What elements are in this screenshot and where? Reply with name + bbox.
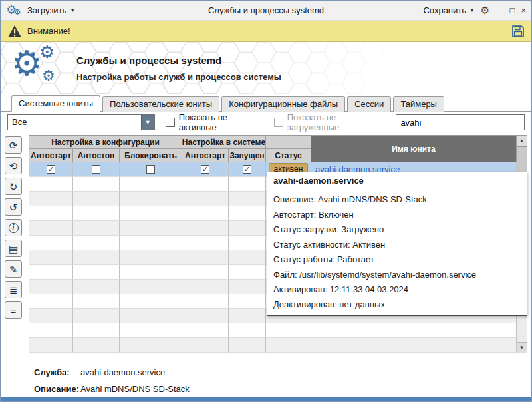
scroll-down-button[interactable]: ▼ bbox=[517, 342, 527, 353]
tooltip-line: Автостарт: Включен bbox=[267, 208, 527, 223]
log-file-button[interactable]: ▤ bbox=[5, 240, 22, 257]
load-button-label: Загрузить bbox=[27, 5, 66, 15]
tab-system-units[interactable]: Системные юниты bbox=[11, 95, 100, 112]
settings-gear-button[interactable]: ⚙ bbox=[480, 4, 489, 17]
description-label: Описание: bbox=[34, 381, 80, 397]
edit-file-button[interactable]: ✎ bbox=[5, 260, 22, 278]
autostart-config-checkbox[interactable]: ✓ bbox=[47, 165, 55, 174]
checkbox-label: Показать не активные bbox=[179, 112, 263, 132]
restart-button[interactable]: ⟲ bbox=[5, 157, 22, 174]
window-controls: – □ × bbox=[499, 6, 526, 15]
autostart-system-checkbox[interactable]: ✓ bbox=[201, 165, 209, 174]
caret-down-icon: ▼ bbox=[70, 7, 75, 13]
tooltip-line: Деактивирован: нет данных bbox=[267, 298, 527, 313]
redo-icon: ↻ bbox=[9, 182, 18, 192]
tooltip-line: Файл: /usr/lib/systemd/system/avahi-daem… bbox=[267, 268, 527, 283]
filter-bar: Все ▼ Показать не активные Показать не з… bbox=[1, 112, 531, 133]
page-title: Службы и процессы systemd bbox=[76, 55, 281, 66]
tab-timers[interactable]: Таймеры bbox=[393, 96, 444, 112]
block-checkbox[interactable] bbox=[146, 165, 155, 174]
service-label: Служба: bbox=[34, 364, 80, 381]
show-unloaded-checkbox[interactable]: Показать не загруженные bbox=[274, 112, 386, 132]
unit-list-button[interactable]: ≡ bbox=[5, 302, 22, 319]
column-header-autostart-system[interactable]: Автостарт bbox=[182, 149, 229, 162]
edit-file-icon: ✎ bbox=[9, 264, 18, 274]
unit-filter-dropdown[interactable]: Все ▼ bbox=[7, 114, 155, 130]
table-row[interactable] bbox=[29, 338, 517, 353]
undo-icon: ↺ bbox=[9, 202, 18, 212]
info-button[interactable]: i bbox=[5, 219, 22, 236]
tab-sessions[interactable]: Сессии bbox=[347, 96, 391, 112]
unit-list-icon: ≡ bbox=[11, 305, 17, 315]
tooltip-line: Описание: Avahi mDNS/DNS SD-Stack bbox=[267, 192, 527, 208]
tab-bar: Системные юниты Пользовательские юниты К… bbox=[1, 94, 531, 112]
tooltip-title: avahi-daemon.service bbox=[267, 172, 527, 190]
checkbox-box[interactable] bbox=[274, 118, 283, 127]
table-row[interactable] bbox=[29, 323, 517, 338]
journal-icon: ≣ bbox=[9, 285, 18, 295]
checkbox-box[interactable] bbox=[166, 118, 175, 127]
undo-button[interactable]: ↺ bbox=[5, 198, 22, 216]
tooltip-line: Статус работы: Работает bbox=[267, 252, 527, 268]
status-footer: Служба: avahi-daemon.service Описание: A… bbox=[1, 359, 531, 397]
load-button[interactable]: Загрузить ▼ bbox=[27, 5, 75, 15]
column-header-block[interactable]: Блокировать bbox=[120, 149, 182, 162]
redo-button[interactable]: ↻ bbox=[5, 178, 22, 195]
group-header-config: Настройка в конфигурации bbox=[29, 136, 182, 149]
maximize-button[interactable]: □ bbox=[510, 6, 515, 15]
group-header-system: Настройка в системе bbox=[182, 136, 266, 149]
window-title: Службы и процессы systemd bbox=[146, 5, 386, 15]
refresh-button[interactable]: ⟳ bbox=[5, 136, 22, 154]
show-inactive-checkbox[interactable]: Показать не активные bbox=[166, 112, 263, 132]
close-button[interactable]: × bbox=[521, 6, 526, 15]
tab-user-units[interactable]: Пользовательские юниты bbox=[102, 96, 219, 112]
save-file-button[interactable] bbox=[511, 25, 525, 38]
chevron-down-icon[interactable]: ▼ bbox=[141, 115, 154, 130]
column-header-running[interactable]: Запущен bbox=[229, 149, 266, 162]
hero-gears-icon: ⚙ ⚙ ⚙ bbox=[11, 46, 63, 90]
titlebar: ⚙ ⚙ Загрузить ▼ Службы и процессы system… bbox=[1, 1, 531, 21]
warning-bar: Внимание! bbox=[1, 21, 531, 42]
main-area: ⟳ ⟲ ↻ ↺ i ▤ ✎ ≣ ≡ Настройка в конфигурац… bbox=[1, 133, 531, 359]
save-button-label: Сохранить bbox=[423, 5, 466, 15]
hero-header: ⚙ ⚙ ⚙ Службы и процессы systemd Настройк… bbox=[1, 42, 531, 94]
info-icon: i bbox=[9, 223, 19, 233]
app-gears-icon: ⚙ ⚙ bbox=[6, 3, 22, 18]
refresh-icon: ⟳ bbox=[9, 140, 18, 150]
search-input[interactable] bbox=[396, 114, 525, 130]
dropdown-selected-value: Все bbox=[8, 115, 141, 130]
table-header: Настройка в конфигурации Настройка в сис… bbox=[29, 136, 517, 162]
column-header-unit-name[interactable]: Имя юнита bbox=[311, 136, 517, 162]
page-subtitle: Настройка работы служб и процессов систе… bbox=[76, 72, 281, 82]
column-header-status[interactable]: Статус bbox=[266, 149, 311, 162]
restart-icon: ⟲ bbox=[9, 161, 18, 171]
checkbox-label: Показать не загруженные bbox=[287, 112, 386, 132]
journal-button[interactable]: ≣ bbox=[5, 281, 22, 298]
app-window: ⚙ ⚙ Загрузить ▼ Службы и процессы system… bbox=[0, 0, 532, 402]
progress-bar bbox=[1, 397, 531, 402]
tab-config-files[interactable]: Конфигурационные файлы bbox=[221, 96, 345, 112]
tooltip-line: Статус загрузки: Загружено bbox=[267, 222, 527, 238]
tooltip-line: Статус активности: Активен bbox=[267, 238, 527, 253]
table-zone: Настройка в конфигурации Настройка в сис… bbox=[29, 135, 527, 353]
column-header-autostart-config[interactable]: Автостарт bbox=[29, 149, 73, 162]
running-checkbox[interactable]: ✓ bbox=[243, 165, 251, 174]
unit-tooltip: avahi-daemon.service Описание: Avahi mDN… bbox=[267, 172, 527, 316]
tooltip-line: Активирован: 12:11:33 04.03.2024 bbox=[267, 282, 527, 298]
description-value: Avahi mDNS/DNS SD-Stack bbox=[80, 381, 190, 397]
scroll-up-button[interactable]: ▲ bbox=[517, 136, 527, 146]
service-value: avahi-daemon.service bbox=[80, 364, 165, 381]
left-toolbar: ⟳ ⟲ ↻ ↺ i ▤ ✎ ≣ ≡ bbox=[5, 135, 27, 359]
group-header-empty bbox=[266, 136, 311, 149]
autostop-checkbox[interactable] bbox=[92, 165, 100, 174]
warning-text: Внимание! bbox=[27, 26, 70, 36]
warning-triangle-icon bbox=[7, 25, 22, 38]
log-file-icon: ▤ bbox=[9, 244, 18, 254]
floppy-disk-icon bbox=[511, 25, 525, 38]
column-header-autostop[interactable]: Автостоп bbox=[73, 149, 120, 162]
caret-down-icon: ▼ bbox=[469, 7, 475, 13]
save-button[interactable]: Сохранить ▼ bbox=[423, 5, 475, 15]
minimize-button[interactable]: – bbox=[499, 6, 503, 15]
